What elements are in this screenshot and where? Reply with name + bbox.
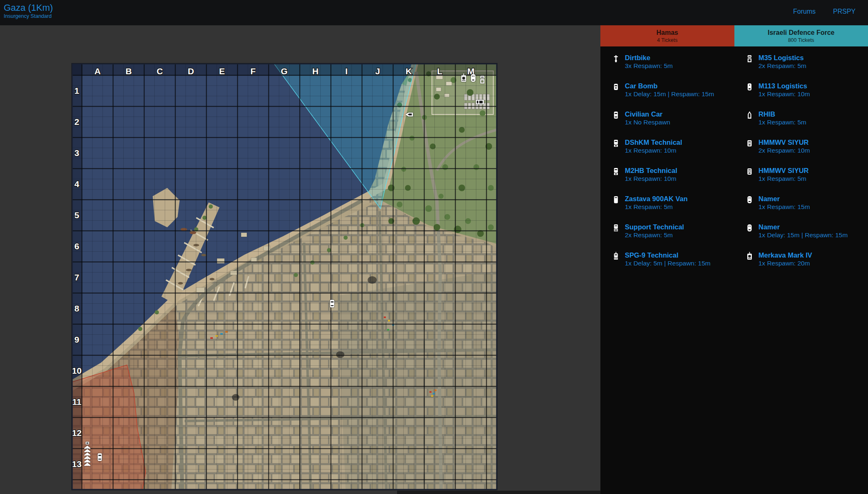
- vehicle-respawn-info: 1x Respawn: 10m: [758, 90, 810, 98]
- vehicle-icon-cell: [744, 195, 755, 204]
- support-icon: [612, 224, 620, 232]
- grid-row-label: 2: [74, 117, 79, 127]
- vehicle-item[interactable]: Civilian Car1x No Respawn: [600, 110, 734, 127]
- van-icon: [612, 195, 620, 204]
- nav-link-forums[interactable]: Forums: [793, 8, 816, 15]
- namer-icon: [745, 224, 754, 232]
- vehicle-item[interactable]: Namer1x Delay: 15m | Respawn: 15m: [734, 223, 868, 240]
- vehicle-item[interactable]: SPG-9 Technical1x Delay: 5m | Respawn: 1…: [600, 251, 734, 268]
- team-name: Hamas: [656, 29, 678, 37]
- grid-column-label: E: [219, 66, 225, 76]
- vehicle-item[interactable]: Dirtbike3x Respawn: 5m: [600, 54, 734, 71]
- vehicle-name: M113 Logistics: [758, 82, 810, 90]
- vehicle-respawn-info: 1x Respawn: 15m: [758, 203, 810, 211]
- vehicle-item[interactable]: RHIB1x Respawn: 5m: [734, 110, 868, 127]
- top-nav: Forums PRSPY: [793, 8, 856, 15]
- map[interactable]: ABCDEFGHIJKLM12345678910111213: [72, 63, 497, 490]
- grid-row-label: 4: [74, 179, 79, 189]
- vehicle-name: Civilian Car: [625, 110, 670, 118]
- vehicle-list-idf: M35 Logistics2x Respawn: 5mM113 Logistic…: [734, 46, 868, 279]
- vehicle-respawn-info: 1x Delay: 15m | Respawn: 15m: [625, 90, 714, 98]
- grid-column-label: J: [375, 66, 380, 76]
- grid-row-label: 13: [72, 459, 81, 469]
- vehicle-name: Dirtbike: [625, 54, 673, 62]
- vehicle-name: DShKM Technical: [625, 138, 682, 146]
- map-marker-apc-icon: [471, 74, 475, 82]
- car-icon: [612, 111, 620, 119]
- vehicle-name: M35 Logistics: [758, 54, 806, 62]
- vehicle-respawn-info: 1x Respawn: 5m: [758, 118, 806, 126]
- page-subtitle: Insurgency Standard: [4, 14, 53, 19]
- team-tickets: 800 Tickets: [788, 37, 814, 43]
- vehicle-item[interactable]: DShKM Technical1x Respawn: 10m: [600, 138, 734, 156]
- vehicle-name: Support Technical: [625, 223, 684, 231]
- vehicle-name: SPG-9 Technical: [625, 251, 710, 259]
- vehicle-icon-cell: [610, 83, 621, 91]
- map-marker-boxtruck-icon: [476, 100, 484, 105]
- vehicle-icon-cell: [610, 167, 621, 176]
- spg9-icon: [612, 252, 620, 260]
- technical-icon: [612, 139, 620, 148]
- vehicle-name: Zastava 900AK Van: [625, 195, 688, 203]
- vehicle-icon-cell: [610, 224, 621, 232]
- grid-row-label: 12: [72, 428, 81, 438]
- map-canvas: ABCDEFGHIJKLM12345678910111213: [72, 63, 497, 490]
- vehicle-item[interactable]: M35 Logistics2x Respawn: 5m: [734, 54, 868, 71]
- vehicle-name: M2HB Technical: [625, 166, 677, 175]
- bottom-section-edge: [397, 491, 600, 494]
- map-marker-car-icon: [98, 453, 102, 461]
- vehicle-icon-cell: [610, 139, 621, 148]
- grid-row-label: 3: [74, 148, 79, 158]
- vehicle-icon-cell: [744, 111, 755, 119]
- vehicle-respawn-info: 1x No Respawn: [625, 118, 670, 126]
- grid-row-label: 6: [74, 241, 79, 251]
- technical-icon: [612, 167, 620, 176]
- vehicle-item[interactable]: Merkava Mark IV1x Respawn: 20m: [734, 251, 868, 268]
- vehicle-respawn-info: 1x Respawn: 5m: [625, 203, 688, 211]
- vehicle-list-hamas: Dirtbike3x Respawn: 5mCar Bomb1x Delay: …: [600, 46, 734, 279]
- vehicle-icon-cell: [744, 83, 755, 91]
- grid-row-label: 10: [72, 366, 81, 375]
- vehicle-item[interactable]: M2HB Technical1x Respawn: 10m: [600, 166, 734, 184]
- vehicle-respawn-info: 1x Respawn: 5m: [758, 175, 809, 183]
- vehicle-respawn-info: 2x Respawn: 5m: [758, 62, 806, 70]
- vehicle-sidebar: Hamas 4 Tickets Israeli Defence Force 80…: [600, 25, 868, 494]
- vehicle-respawn-info: 1x Respawn: 20m: [758, 259, 812, 267]
- vehicle-icon-cell: [610, 252, 621, 260]
- top-bar: Gaza (1Km) Insurgency Standard Forums PR…: [0, 0, 868, 25]
- vehicle-item[interactable]: HMMWV SIYUR2x Respawn: 10m: [734, 138, 868, 156]
- vehicle-item[interactable]: M113 Logistics1x Respawn: 10m: [734, 82, 868, 99]
- vehicle-name: Namer: [758, 223, 848, 231]
- vehicle-item[interactable]: HMMWV SIYUR1x Respawn: 5m: [734, 166, 868, 184]
- merkava-icon: [745, 252, 754, 260]
- vehicle-item[interactable]: Car Bomb1x Delay: 15m | Respawn: 15m: [600, 82, 734, 99]
- grid-row-label: 7: [74, 273, 79, 282]
- motorcycle-icon: [612, 54, 620, 63]
- vehicle-item[interactable]: Support Technical2x Respawn: 5m: [600, 223, 734, 240]
- team-name: Israeli Defence Force: [768, 29, 834, 37]
- grid-column-label: C: [156, 66, 163, 76]
- grid-row-label: 5: [74, 210, 79, 220]
- page-title: Gaza (1Km): [4, 3, 53, 12]
- vehicle-icon-cell: [610, 111, 621, 119]
- vehicle-respawn-info: 1x Respawn: 10m: [625, 175, 677, 183]
- vehicle-item[interactable]: Namer1x Respawn: 15m: [734, 195, 868, 212]
- vehicle-icon-cell: [744, 167, 755, 176]
- vehicle-icon-cell: [744, 54, 755, 63]
- vehicle-icon-cell: [744, 139, 755, 148]
- vehicle-respawn-info: 1x Delay: 5m | Respawn: 15m: [625, 259, 710, 267]
- nav-link-prspy[interactable]: PRSPY: [833, 8, 856, 15]
- grid-row-label: 9: [74, 335, 79, 344]
- vehicle-respawn-info: 1x Delay: 15m | Respawn: 15m: [758, 231, 848, 239]
- team-header-hamas: Hamas 4 Tickets: [600, 25, 734, 46]
- vehicle-item[interactable]: Zastava 900AK Van1x Respawn: 5m: [600, 195, 734, 212]
- grid-column-label: I: [345, 66, 348, 76]
- vehicle-icon-cell: [610, 195, 621, 204]
- vehicle-name: HMMWV SIYUR: [758, 166, 809, 175]
- m35-icon: [745, 54, 754, 63]
- vehicle-respawn-info: 2x Respawn: 10m: [758, 146, 810, 154]
- vehicle-icon-cell: [744, 224, 755, 232]
- vehicle-name: Merkava Mark IV: [758, 251, 812, 259]
- rhib-icon: [745, 111, 754, 119]
- grid-column-label: H: [312, 66, 318, 76]
